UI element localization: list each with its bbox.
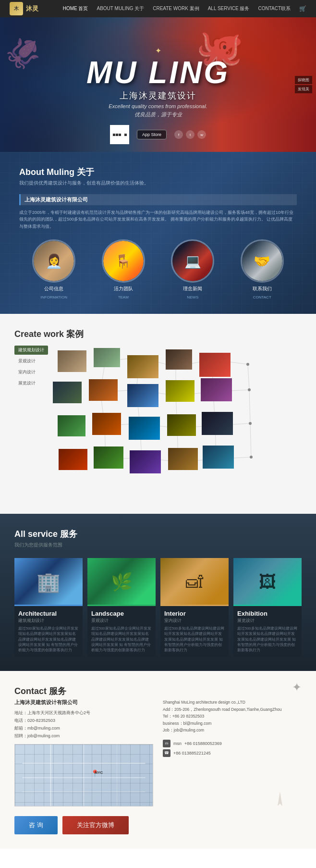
phone-icon: ☎ <box>163 749 170 757</box>
service-card-land[interactable]: Landscape 景观设计 超过500家知名品牌企业网站开发发现知名品牌建设网… <box>87 558 156 657</box>
consult-button[interactable]: 咨 询 <box>14 816 58 834</box>
work-img-7[interactable] <box>89 379 118 401</box>
work-img-20[interactable] <box>203 446 234 469</box>
service-card-body-land: Landscape 景观设计 超过500家知名品牌企业网站开发发现知名品牌建设网… <box>87 606 156 657</box>
social-val-1: +86 015880052369 <box>184 741 222 746</box>
circle-img-1: 👩‍💼 <box>32 239 75 283</box>
nav-contact[interactable]: CONTACT联系 <box>258 5 291 12</box>
work-img-18[interactable] <box>130 450 161 473</box>
filter-btn-exh[interactable]: 展览设计 <box>14 379 48 388</box>
about-circle-3[interactable]: 💻 理念新闻 NEWS <box>171 239 214 299</box>
work-img-1[interactable] <box>58 350 86 372</box>
hero-section: 🐙 🦑 ✦ MU LING 上海沐灵建筑设计 Excellent quality… <box>0 17 316 152</box>
service-card-desc-int: 超过500多知名品牌建设网站建设网站开发发展知名品牌建设网站开发发展知名品牌建设… <box>164 626 225 653</box>
svg-line-17 <box>249 390 250 423</box>
work-img-8[interactable] <box>127 384 158 407</box>
hero-subtitle1: Excellent quality comes from professiona… <box>86 103 230 109</box>
circle-label-en-4: CONTACT <box>253 295 271 299</box>
hero-title-block: ✦ MU LING 上海沐灵建筑设计 Excellent quality com… <box>86 46 230 118</box>
contact-en-company: Shanghai MuLing architecture design co.,… <box>163 699 302 733</box>
about-circles: 👩‍💼 公司信息 INFORMATION 🪑 活力团队 TEAM 💻 理念新闻 … <box>19 239 297 299</box>
service-img-arch <box>14 558 83 606</box>
circle-label-cn-1: 公司信息 <box>44 285 63 292</box>
service-grid: Architectural 建筑规划设计 超过500家知名品牌企业网站开发发现知… <box>14 558 302 657</box>
work-img-15[interactable] <box>202 412 233 435</box>
service-card-title-cn-arch: 建筑规划设计 <box>18 618 79 624</box>
nav-service[interactable]: ALL SERVICE 服务 <box>208 5 250 12</box>
work-img-16[interactable] <box>59 449 87 470</box>
en-address: Add：205-206，Zhenlongsouth road Depoan,Ti… <box>163 706 302 713</box>
nav-home[interactable]: HOME 首页 <box>63 5 88 12</box>
hero-deco-left: 🦑 <box>5 37 41 71</box>
hero-side-nav-item-2[interactable]: 发现美 <box>295 85 312 93</box>
about-circle-1[interactable]: 👩‍💼 公司信息 INFORMATION <box>32 239 75 299</box>
svg-point-40 <box>248 388 251 391</box>
filter-btn-land[interactable]: 景观设计 <box>14 357 48 366</box>
contact-title: Contact 服务 <box>14 685 302 697</box>
circle-label-en-2: TEAM <box>118 295 129 299</box>
en-company-name: Shanghai MuLing architecture design co.,… <box>163 699 302 706</box>
work-img-10[interactable] <box>201 378 232 401</box>
svg-point-35 <box>246 363 249 366</box>
work-img-11[interactable] <box>58 415 85 436</box>
nav-create[interactable]: CREATE WORK 案例 <box>153 5 199 12</box>
map-roads-svg <box>15 744 153 806</box>
contact-company-name: 上海沐灵建筑设计有限公司 <box>14 699 153 706</box>
work-img-17[interactable] <box>94 446 123 469</box>
map-location-label: NYC <box>95 770 103 775</box>
circle-img-3: 💻 <box>171 239 214 283</box>
svg-line-26 <box>250 423 251 457</box>
en-job: Job：job@muling.com <box>163 727 302 733</box>
app-store-button[interactable]: App Store <box>137 130 167 139</box>
weibo-button[interactable]: 关注官方微博 <box>62 816 129 834</box>
work-img-13[interactable] <box>129 417 160 440</box>
circle-label-cn-3: 理念新闻 <box>183 285 202 292</box>
about-company-title: 上海沐灵建筑设计有限公司 <box>19 194 297 205</box>
en-business: business：bl@muling.com <box>163 720 302 727</box>
msn-icon: m <box>163 740 170 747</box>
work-img-12[interactable] <box>92 413 121 435</box>
social-icon-3[interactable]: w <box>197 130 206 139</box>
logo-text: 沐灵 <box>26 4 38 13</box>
work-img-6[interactable] <box>53 382 82 403</box>
navbar: 木 沐灵 HOME 首页 ABOUT MULING 关于 CREATE WORK… <box>0 0 316 17</box>
contact-deco2 <box>273 789 287 810</box>
service-card-desc-exh: 超过500多知名品牌建设网站建设网站开发发展知名品牌建设网站开发发展知名品牌建设… <box>237 626 298 653</box>
work-img-2[interactable] <box>94 348 120 367</box>
social-icon-1[interactable]: f <box>174 130 183 139</box>
service-card-int[interactable]: Interior 室内设计 超过500多知名品牌建设网站建设网站开发发展知名品牌… <box>160 558 229 657</box>
contact-section: ✦ Contact 服务 上海沐灵建筑设计有限公司 地址：上海市天河区天视路商务… <box>0 671 316 849</box>
about-circle-4[interactable]: 🤝 联系我们 CONTACT <box>241 239 284 299</box>
service-subtitle: 我们为您提供服务范围 <box>14 542 302 548</box>
service-section: All service 服务 我们为您提供服务范围 Architectural … <box>0 514 316 671</box>
svg-line-8 <box>248 364 249 390</box>
work-img-9[interactable] <box>166 380 194 402</box>
work-img-19[interactable] <box>168 448 198 470</box>
circle-img-4: 🤝 <box>241 239 284 283</box>
hero-side-nav-item-1[interactable]: 探晓图 <box>295 76 312 84</box>
contact-layout: 上海沐灵建筑设计有限公司 地址：上海市天河区天视路商务中心2号 电话：020-8… <box>14 699 302 806</box>
nav-cart-icon: 🛒 <box>299 5 306 12</box>
social-icon-2[interactable]: t <box>186 130 194 139</box>
service-card-arch[interactable]: Architectural 建筑规划设计 超过500家知名品牌企业网站开发发现知… <box>14 558 83 657</box>
work-img-4[interactable] <box>166 349 192 370</box>
service-card-title-cn-exh: 展览设计 <box>237 618 298 624</box>
work-img-14[interactable] <box>167 414 196 436</box>
social-icons: f t w <box>174 130 206 139</box>
logo[interactable]: 木 沐灵 <box>10 2 38 15</box>
contact-social: m msn +86 015880052369 ☎ +86 01388522124… <box>163 740 302 757</box>
service-card-title-en-exh: Exhibition <box>237 610 298 617</box>
service-card-exh[interactable]: Exhibition 展览设计 超过500多知名品牌建设网站建设网站开发发展知名… <box>233 558 302 657</box>
svg-point-50 <box>250 456 253 459</box>
service-card-desc-arch: 超过500家知名品牌企业网站开发发现知名品牌建设网站开发发展知名品牌建设网站开发… <box>18 626 79 653</box>
filter-btn-arch[interactable]: 建筑规划设计 <box>14 346 48 355</box>
work-img-3[interactable] <box>127 355 158 378</box>
service-card-title-en-land: Landscape <box>91 610 152 617</box>
work-img-5[interactable] <box>199 353 231 377</box>
service-card-body-arch: Architectural 建筑规划设计 超过500家知名品牌企业网站开发发现知… <box>14 606 83 657</box>
about-circle-2[interactable]: 🪑 活力团队 TEAM <box>102 239 145 299</box>
hero-bottom-bar: App Store f t w <box>110 125 206 144</box>
nav-about[interactable]: ABOUT MULING 关于 <box>97 5 145 12</box>
filter-btn-int[interactable]: 室内设计 <box>14 368 48 377</box>
service-img-int <box>160 558 229 606</box>
